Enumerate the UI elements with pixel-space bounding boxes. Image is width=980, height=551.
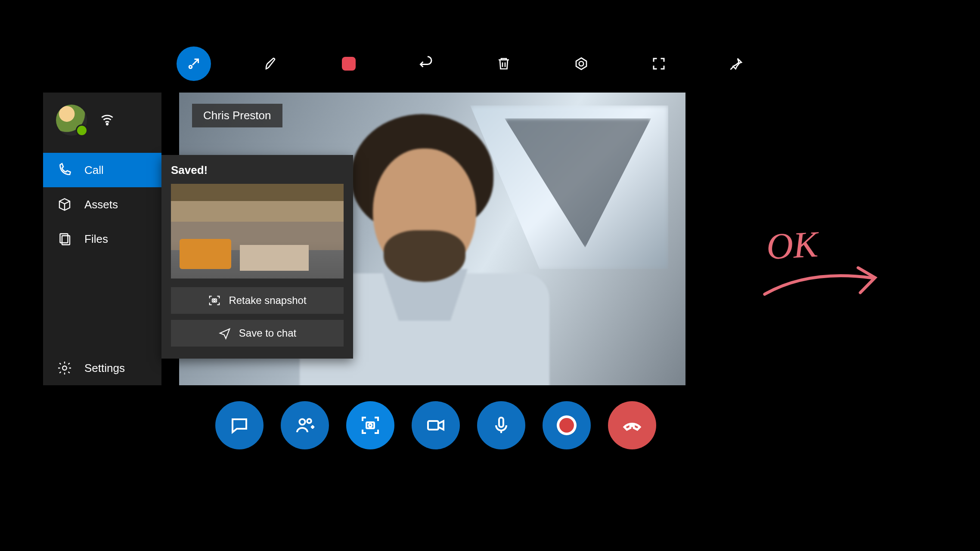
hangup-button[interactable] xyxy=(608,401,656,449)
mic-icon xyxy=(491,415,512,436)
svg-rect-3 xyxy=(60,234,68,243)
snapshot-popup: Saved! Retake snapshot Save to chat xyxy=(161,155,353,359)
sidebar-item-assets[interactable]: Assets xyxy=(43,187,161,222)
pin-icon xyxy=(729,56,744,71)
participant-name-chip: Chris Preston xyxy=(192,104,282,127)
hangup-icon xyxy=(622,415,642,436)
svg-point-9 xyxy=(307,419,311,423)
annotation-text: OK xyxy=(766,223,819,267)
sidebar-item-label: Settings xyxy=(84,362,125,375)
video-icon xyxy=(425,415,446,436)
snapshot-button[interactable] xyxy=(346,401,394,449)
add-people-icon xyxy=(295,415,315,436)
svg-rect-12 xyxy=(428,421,438,430)
gear-icon xyxy=(57,360,72,376)
video-toggle-button[interactable] xyxy=(412,401,460,449)
svg-point-8 xyxy=(299,419,305,424)
send-icon xyxy=(218,327,231,340)
svg-rect-4 xyxy=(62,236,70,245)
retake-snapshot-button[interactable]: Retake snapshot xyxy=(171,287,344,314)
save-label: Save to chat xyxy=(239,327,296,339)
snapshot-thumbnail[interactable] xyxy=(171,184,344,279)
pin-button[interactable] xyxy=(719,46,754,81)
svg-point-5 xyxy=(62,366,67,370)
profile-row xyxy=(43,93,161,153)
snapshot-status: Saved! xyxy=(171,164,344,177)
record-icon xyxy=(559,418,574,433)
nav-main: Call Assets Files xyxy=(43,153,161,256)
wifi-icon xyxy=(100,112,115,128)
ink-annotation: OK xyxy=(765,223,819,268)
camera-frame-icon xyxy=(208,294,221,307)
svg-point-7 xyxy=(214,300,215,301)
box-icon xyxy=(57,197,72,212)
chat-icon xyxy=(229,415,250,436)
chat-button[interactable] xyxy=(215,401,264,449)
svg-point-2 xyxy=(106,124,108,125)
sidebar-item-settings[interactable]: Settings xyxy=(43,351,161,385)
sidebar-item-label: Files xyxy=(84,232,108,246)
retake-label: Retake snapshot xyxy=(229,294,306,306)
phone-icon xyxy=(57,162,72,178)
call-controls xyxy=(215,401,656,449)
add-people-button[interactable] xyxy=(281,401,329,449)
svg-point-11 xyxy=(369,424,372,427)
save-to-chat-button[interactable]: Save to chat xyxy=(171,320,344,347)
sidebar-item-files[interactable]: Files xyxy=(43,222,161,256)
record-button[interactable] xyxy=(543,401,591,449)
snapshot-icon xyxy=(360,415,381,436)
sidebar-item-label: Assets xyxy=(84,198,118,211)
sidebar-item-label: Call xyxy=(84,164,104,177)
arrow-icon xyxy=(759,257,891,325)
sidebar: Call Assets Files Settings xyxy=(43,93,161,385)
svg-rect-13 xyxy=(499,418,503,427)
mic-toggle-button[interactable] xyxy=(477,401,525,449)
sidebar-item-call[interactable]: Call xyxy=(43,153,161,187)
participant-name: Chris Preston xyxy=(203,109,271,122)
avatar[interactable] xyxy=(56,105,87,136)
app-window: Call Assets Files Settings xyxy=(43,50,685,463)
files-icon xyxy=(57,231,72,247)
